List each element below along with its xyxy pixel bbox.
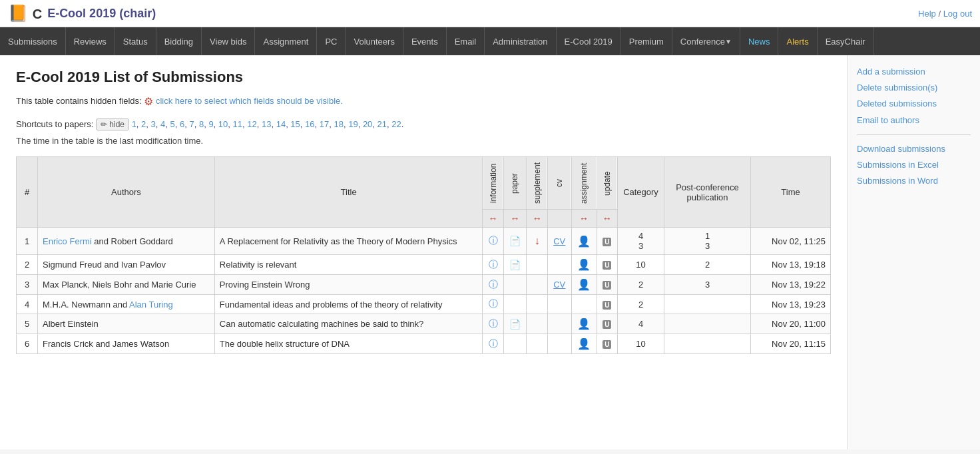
row-num: 3 bbox=[17, 275, 38, 295]
nav-status[interactable]: Status bbox=[115, 27, 156, 55]
nav-reviews[interactable]: Reviews bbox=[66, 27, 115, 55]
nav-assignment[interactable]: Assignment bbox=[255, 27, 317, 55]
row-assignment-icon[interactable]: 👤 bbox=[571, 275, 597, 295]
row-title: A Replacement for Relativity as the Theo… bbox=[214, 228, 483, 255]
row-update-icon[interactable]: U bbox=[597, 314, 617, 334]
sidebar-delete-submissions[interactable]: Delete submission(s) bbox=[857, 82, 971, 94]
shortcuts-label: Shortcuts to papers: bbox=[16, 119, 93, 129]
row-update-icon[interactable]: U bbox=[597, 334, 617, 354]
nav-ecool2019[interactable]: E-Cool 2019 bbox=[557, 27, 621, 55]
hidden-fields-notice: This table contains hidden fields: ⚙ cli… bbox=[16, 95, 831, 108]
row-authors: Albert Einstein bbox=[38, 314, 215, 334]
shortcut-17[interactable]: 17 bbox=[320, 119, 329, 129]
nav-viewbids[interactable]: View bids bbox=[202, 27, 255, 55]
shortcut-5[interactable]: 5 bbox=[170, 119, 175, 129]
sidebar-submissions-excel[interactable]: Submissions in Excel bbox=[857, 159, 971, 171]
row-update-icon[interactable]: U bbox=[597, 255, 617, 275]
row-info-icon[interactable]: ⓘ bbox=[483, 295, 503, 314]
row-info-icon[interactable]: ⓘ bbox=[483, 255, 503, 275]
row-pdf-icon[interactable]: 📄 bbox=[503, 228, 527, 255]
hide-button[interactable]: ✏ hide bbox=[96, 118, 129, 130]
col-arrows-info[interactable]: ↔ bbox=[483, 210, 503, 228]
row-assignment-icon[interactable]: 👤 bbox=[571, 334, 597, 354]
nav-events[interactable]: Events bbox=[403, 27, 447, 55]
row-title: Proving Einstein Wrong bbox=[214, 275, 483, 295]
nav-email[interactable]: Email bbox=[447, 27, 485, 55]
nav-pc[interactable]: PC bbox=[317, 27, 346, 55]
row-info-icon[interactable]: ⓘ bbox=[483, 275, 503, 295]
row-authors: Francis Crick and James Watson bbox=[38, 334, 215, 354]
row-info-icon[interactable]: ⓘ bbox=[483, 228, 503, 255]
shortcut-13[interactable]: 13 bbox=[262, 119, 271, 129]
row-pdf-icon[interactable]: 📄 bbox=[503, 314, 527, 334]
shortcut-7[interactable]: 7 bbox=[189, 119, 194, 129]
nav-news[interactable]: News bbox=[740, 27, 779, 55]
shortcut-1[interactable]: 1 bbox=[132, 119, 136, 129]
shortcut-21[interactable]: 21 bbox=[377, 119, 387, 129]
row-assignment-icon[interactable]: 👤 bbox=[571, 255, 597, 275]
nav-submissions[interactable]: Submissions bbox=[0, 27, 66, 55]
nav-bidding[interactable]: Bidding bbox=[156, 27, 202, 55]
row-pdf-icon[interactable]: 📄 bbox=[503, 255, 527, 275]
select-fields-link[interactable]: click here to select which fields should… bbox=[156, 96, 343, 106]
row-info-icon[interactable]: ⓘ bbox=[483, 314, 503, 334]
row-update-icon[interactable]: U bbox=[597, 228, 617, 255]
shortcut-12[interactable]: 12 bbox=[247, 119, 256, 129]
col-arrows-update[interactable]: ↔ bbox=[597, 210, 617, 228]
sidebar-submissions-word[interactable]: Submissions in Word bbox=[857, 175, 971, 187]
row-time: Nov 13, 19:22 bbox=[751, 275, 831, 295]
shortcut-6[interactable]: 6 bbox=[180, 119, 184, 129]
submissions-table: # Authors Title information paper supple… bbox=[16, 156, 831, 354]
shortcut-4[interactable]: 4 bbox=[160, 119, 165, 129]
shortcut-16[interactable]: 16 bbox=[305, 119, 314, 129]
shortcut-9[interactable]: 9 bbox=[208, 119, 213, 129]
shortcut-11[interactable]: 11 bbox=[233, 119, 242, 129]
row-info-icon[interactable]: ⓘ bbox=[483, 334, 503, 354]
logout-link[interactable]: Log out bbox=[943, 9, 972, 19]
shortcut-20[interactable]: 20 bbox=[363, 119, 372, 129]
sidebar-deleted-submissions[interactable]: Deleted submissions bbox=[857, 98, 971, 110]
shortcut-8[interactable]: 8 bbox=[199, 119, 204, 129]
col-arrows-assignment[interactable]: ↔ bbox=[571, 210, 597, 228]
col-arrows-cv[interactable] bbox=[547, 210, 571, 228]
row-assignment-empty bbox=[571, 295, 597, 314]
col-arrows-supplement[interactable]: ↔ bbox=[527, 210, 547, 228]
nav-alerts[interactable]: Alerts bbox=[778, 27, 817, 55]
shortcut-15[interactable]: 15 bbox=[290, 119, 300, 129]
col-header-authors: Authors bbox=[38, 157, 215, 228]
shortcut-14[interactable]: 14 bbox=[276, 119, 286, 129]
row-time: Nov 20, 11:15 bbox=[751, 334, 831, 354]
logo-icon: 📙 C bbox=[8, 4, 42, 23]
row-title: Can automatic calculating machines be sa… bbox=[214, 314, 483, 334]
nav-administration[interactable]: Administration bbox=[485, 27, 556, 55]
author-link-fermi[interactable]: Enrico Fermi bbox=[43, 236, 92, 246]
shortcut-22[interactable]: 22 bbox=[391, 119, 401, 129]
row-assignment-icon[interactable]: 👤 bbox=[571, 314, 597, 334]
sidebar-download-submissions[interactable]: Download submissions bbox=[857, 143, 971, 155]
row-assignment-icon[interactable]: 👤 bbox=[571, 228, 597, 255]
row-category: 10 bbox=[618, 255, 664, 275]
row-category: 2 bbox=[618, 295, 664, 314]
sidebar-email-authors[interactable]: Email to authors bbox=[857, 114, 971, 126]
col-header-category: Category bbox=[618, 157, 664, 228]
nav-bar: Submissions Reviews Status Bidding View … bbox=[0, 27, 980, 55]
author-link-turing[interactable]: Alan Turing bbox=[129, 300, 173, 310]
row-cv-empty bbox=[547, 295, 571, 314]
shortcut-18[interactable]: 18 bbox=[334, 119, 343, 129]
shortcut-2[interactable]: 2 bbox=[141, 119, 146, 129]
row-update-icon[interactable]: U bbox=[597, 275, 617, 295]
nav-conference[interactable]: Conference ▼ bbox=[672, 27, 740, 55]
row-cv-icon[interactable]: CV bbox=[547, 275, 571, 295]
nav-premium[interactable]: Premium bbox=[621, 27, 672, 55]
sidebar-add-submission[interactable]: Add a submission bbox=[857, 66, 971, 78]
shortcut-10[interactable]: 10 bbox=[218, 119, 228, 129]
nav-volunteers[interactable]: Volunteers bbox=[346, 27, 403, 55]
row-update-icon[interactable]: U bbox=[597, 295, 617, 314]
nav-easychair[interactable]: EasyChair bbox=[818, 27, 874, 55]
help-link[interactable]: Help bbox=[918, 9, 936, 19]
row-download-icon[interactable]: ↓ bbox=[527, 228, 547, 255]
shortcut-3[interactable]: 3 bbox=[151, 119, 156, 129]
shortcut-19[interactable]: 19 bbox=[348, 119, 358, 129]
col-arrows-paper[interactable]: ↔ bbox=[503, 210, 527, 228]
row-cv-icon[interactable]: CV bbox=[547, 228, 571, 255]
